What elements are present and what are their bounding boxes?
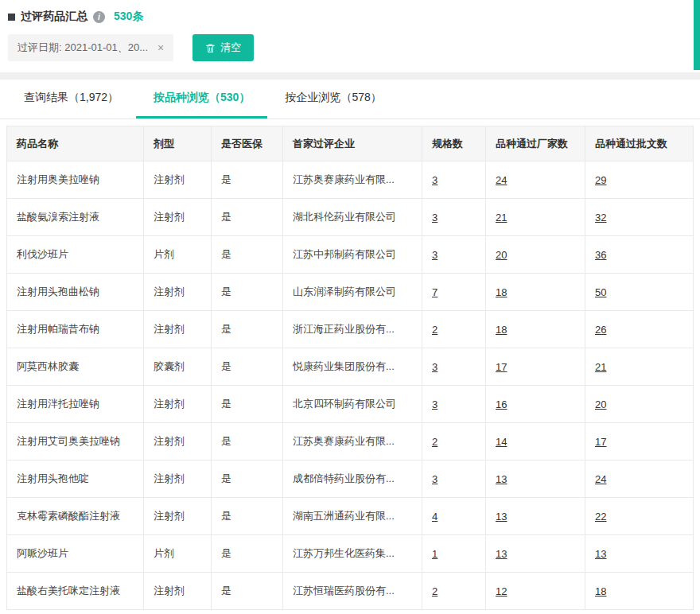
count-link[interactable]: 3 bbox=[432, 398, 438, 410]
table-row: 克林霉素磷酸酯注射液注射剂是湖南五洲通药业有限...41322 bbox=[7, 498, 694, 535]
cell-manufacturer-count: 17 bbox=[486, 348, 585, 386]
cell-drug-name: 盐酸氨溴索注射液 bbox=[7, 199, 144, 236]
clear-button-label: 清空 bbox=[220, 41, 241, 55]
cell-first-company: 江苏中邦制药有限公司 bbox=[283, 236, 422, 274]
count-link[interactable]: 24 bbox=[595, 473, 606, 485]
table-row: 利伐沙班片片剂是江苏中邦制药有限公司32036 bbox=[7, 236, 694, 274]
cell-insurance: 是 bbox=[212, 573, 283, 610]
count-link[interactable]: 17 bbox=[496, 361, 507, 373]
count-link[interactable]: 3 bbox=[432, 212, 438, 223]
filter-tag-date[interactable]: 过评日期: 2021-01-01、20... × bbox=[8, 34, 173, 61]
cell-spec-count: 3 bbox=[422, 199, 486, 236]
cell-dosage-form: 注射剂 bbox=[144, 573, 212, 610]
count-link[interactable]: 4 bbox=[432, 511, 438, 523]
column-header-first-company: 首家过评企业 bbox=[283, 126, 422, 161]
cell-spec-count: 3 bbox=[422, 386, 486, 423]
column-header-approval-count: 品种通过批文数 bbox=[585, 126, 694, 161]
cell-manufacturer-count: 16 bbox=[486, 386, 585, 423]
count-link[interactable]: 18 bbox=[496, 286, 507, 298]
count-link[interactable]: 13 bbox=[496, 511, 507, 523]
cell-manufacturer-count: 21 bbox=[486, 199, 585, 236]
cell-spec-count: 2 bbox=[422, 423, 486, 461]
cell-first-company: 山东润泽制药有限公司 bbox=[283, 274, 422, 311]
count-link[interactable]: 20 bbox=[496, 249, 507, 261]
count-link[interactable]: 13 bbox=[496, 548, 507, 560]
count-link[interactable]: 12 bbox=[496, 585, 507, 597]
count-link[interactable]: 32 bbox=[595, 212, 606, 223]
count-link[interactable]: 3 bbox=[432, 361, 438, 373]
table-row: 注射用泮托拉唑钠注射剂是北京四环制药有限公司31620 bbox=[7, 386, 694, 423]
cell-dosage-form: 注射剂 bbox=[144, 311, 212, 348]
cell-spec-count: 3 bbox=[422, 348, 486, 386]
count-link[interactable]: 50 bbox=[595, 286, 606, 298]
count-link[interactable]: 24 bbox=[496, 174, 507, 186]
cell-dosage-form: 注射剂 bbox=[144, 423, 212, 461]
count-link[interactable]: 20 bbox=[595, 398, 606, 410]
cell-insurance: 是 bbox=[212, 423, 283, 461]
count-link[interactable]: 21 bbox=[496, 212, 507, 223]
info-icon[interactable]: i bbox=[93, 11, 105, 23]
cell-approval-count: 50 bbox=[585, 274, 694, 311]
table-body: 注射用奥美拉唑钠注射剂是江苏奥赛康药业有限...32429盐酸氨溴索注射液注射剂… bbox=[7, 161, 694, 610]
cell-dosage-form: 注射剂 bbox=[144, 199, 212, 236]
cell-insurance: 是 bbox=[212, 535, 283, 573]
count-link[interactable]: 3 bbox=[432, 174, 438, 186]
cell-spec-count: 2 bbox=[422, 573, 486, 610]
count-link[interactable]: 14 bbox=[496, 436, 507, 448]
count-link[interactable]: 2 bbox=[432, 436, 438, 448]
clear-button[interactable]: 清空 bbox=[192, 34, 254, 61]
count-link[interactable]: 29 bbox=[595, 174, 606, 186]
table-row: 注射用头孢他啶注射剂是成都倍特药业股份有...31324 bbox=[7, 461, 694, 498]
count-link[interactable]: 2 bbox=[432, 585, 438, 597]
table-row: 注射用帕瑞昔布钠注射剂是浙江海正药业股份有...21826 bbox=[7, 311, 694, 348]
cell-manufacturer-count: 13 bbox=[486, 461, 585, 498]
count-link[interactable]: 3 bbox=[432, 249, 438, 261]
cell-drug-name: 注射用艾司奥美拉唑钠 bbox=[7, 423, 144, 461]
count-link[interactable]: 22 bbox=[595, 511, 606, 523]
cell-insurance: 是 bbox=[212, 311, 283, 348]
count-link[interactable]: 26 bbox=[595, 324, 606, 336]
cell-first-company: 成都倍特药业股份有... bbox=[283, 461, 422, 498]
count-link[interactable]: 36 bbox=[595, 249, 606, 261]
cell-approval-count: 17 bbox=[585, 423, 694, 461]
tab-query-results[interactable]: 查询结果（1,972） bbox=[6, 80, 136, 119]
cell-dosage-form: 注射剂 bbox=[144, 461, 212, 498]
cell-drug-name: 盐酸右美托咪定注射液 bbox=[7, 573, 144, 610]
trash-icon bbox=[205, 43, 216, 53]
count-link[interactable]: 13 bbox=[496, 473, 507, 485]
cell-insurance: 是 bbox=[212, 348, 283, 386]
cell-dosage-form: 片剂 bbox=[144, 236, 212, 274]
tab-by-variety[interactable]: 按品种浏览（530） bbox=[136, 80, 267, 119]
count-link[interactable]: 17 bbox=[595, 436, 606, 448]
filter-close-icon[interactable]: × bbox=[158, 42, 164, 53]
header: 过评药品汇总 i 530条 过评日期: 2021-01-01、20... × 清… bbox=[0, 0, 700, 72]
scrollbar-thumb[interactable] bbox=[694, 0, 700, 70]
cell-first-company: 江苏恒瑞医药股份有... bbox=[283, 573, 422, 610]
cell-approval-count: 22 bbox=[585, 498, 694, 535]
count-link[interactable]: 13 bbox=[595, 548, 606, 560]
cell-first-company: 北京四环制药有限公司 bbox=[283, 386, 422, 423]
count-link[interactable]: 3 bbox=[432, 473, 438, 485]
cell-approval-count: 36 bbox=[585, 236, 694, 274]
count-link[interactable]: 18 bbox=[595, 585, 606, 597]
cell-dosage-form: 注射剂 bbox=[144, 274, 212, 311]
count-link[interactable]: 2 bbox=[432, 324, 438, 336]
cell-spec-count: 2 bbox=[422, 311, 486, 348]
count-link[interactable]: 16 bbox=[496, 398, 507, 410]
count-link[interactable]: 21 bbox=[595, 361, 606, 373]
cell-insurance: 是 bbox=[212, 236, 283, 274]
cell-first-company: 悦康药业集团股份有... bbox=[283, 348, 422, 386]
cell-manufacturer-count: 24 bbox=[486, 161, 585, 199]
cell-drug-name: 注射用奥美拉唑钠 bbox=[7, 161, 144, 199]
table-row: 注射用奥美拉唑钠注射剂是江苏奥赛康药业有限...32429 bbox=[7, 161, 694, 199]
count-link[interactable]: 18 bbox=[496, 324, 507, 336]
table-row: 阿莫西林胶囊胶囊剂是悦康药业集团股份有...31721 bbox=[7, 348, 694, 386]
table-row: 盐酸氨溴索注射液注射剂是湖北科伦药业有限公司32132 bbox=[7, 199, 694, 236]
tab-by-enterprise[interactable]: 按企业浏览（578） bbox=[267, 80, 399, 119]
count-link[interactable]: 7 bbox=[432, 286, 438, 298]
cell-spec-count: 4 bbox=[422, 498, 486, 535]
filter-row: 过评日期: 2021-01-01、20... × 清空 bbox=[8, 34, 692, 61]
count-link[interactable]: 1 bbox=[432, 548, 438, 560]
cell-spec-count: 3 bbox=[422, 461, 486, 498]
cell-manufacturer-count: 13 bbox=[486, 535, 585, 573]
